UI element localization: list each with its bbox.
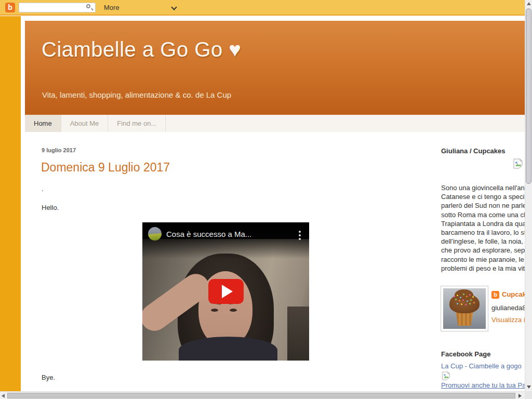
about-line: che provo ad esplorare, seppu [441, 246, 525, 255]
blog-header: Ciambelle a Go Go ♥ Vita, lamenti, shopp… [25, 21, 525, 114]
more-dropdown-label: More [104, 4, 119, 11]
profile-photo[interactable] [441, 286, 488, 331]
search-button[interactable] [85, 4, 94, 11]
cupcake-sprinkles [454, 296, 455, 297]
channel-avatar[interactable] [148, 227, 162, 241]
blogger-profile-icon: b [491, 291, 499, 299]
video-thumbnail-eye [230, 309, 237, 312]
vertical-scrollbar-thumb[interactable] [526, 8, 531, 184]
tab-find-me-on[interactable]: Find me on... [108, 115, 166, 132]
about-line: racconto le mie paranoie, le m [441, 255, 525, 264]
chevron-down-icon [171, 4, 177, 10]
facebook-page-heading: Facebook Page [441, 350, 490, 358]
scroll-right-arrow-icon[interactable] [518, 394, 522, 398]
facebook-page-link[interactable]: La Cup - Ciambelle a gogo [441, 362, 522, 370]
blog-title[interactable]: Ciambelle a Go Go ♥ [42, 38, 242, 61]
blogger-navbar: b More [0, 0, 532, 16]
blog-subtitle: Vita, lamenti, shopping, alimentazione &… [42, 90, 231, 99]
post-date: 9 luglio 2017 [42, 147, 76, 153]
tab-home[interactable]: Home [25, 115, 61, 132]
broken-image-icon [513, 158, 523, 169]
tab-about-me[interactable]: About Me [61, 115, 109, 132]
about-line: problemi di peso e la mia vita [441, 264, 525, 273]
scroll-up-arrow-icon[interactable] [527, 2, 531, 5]
scroll-down-arrow-icon[interactable] [527, 385, 531, 389]
search-icon-handle [91, 8, 94, 11]
about-line: Catanese e ci tengo a specific [441, 192, 525, 201]
profile-blog-link[interactable]: Cupcak [502, 290, 525, 298]
scroll-left-arrow-icon[interactable] [2, 394, 5, 398]
scrollbar-corner [525, 391, 532, 399]
nav-tabbar: Home About Me Find me on... [25, 114, 525, 132]
post-closing-text: Bye. [42, 374, 55, 381]
cupcake-frosting-top [455, 289, 473, 301]
video-title[interactable]: Cosa è successo a Ma... [166, 230, 251, 238]
about-line: barcameno tra il lavoro, lo stu [441, 228, 525, 237]
more-dropdown[interactable]: More [100, 0, 180, 16]
facebook-promote-link[interactable]: Promuovi anche tu la tua Pagina [441, 381, 525, 389]
search-icon [86, 4, 90, 8]
video-thumbnail-shirt [179, 337, 277, 361]
video-menu-dots-icon[interactable] [296, 229, 303, 242]
search-input[interactable] [20, 3, 85, 12]
vertical-scrollbar[interactable] [525, 0, 532, 391]
video-thumbnail-eye [211, 309, 218, 312]
video-thumbnail-furniture [287, 307, 309, 361]
browser-viewport: b More Ciambelle a Go Go ♥ Vita, lamenti… [0, 0, 532, 399]
broken-image-icon [442, 371, 450, 380]
sidebar-about-text: Sono una giovincella nell'anim Catanese … [441, 183, 525, 276]
cupcake-image [443, 288, 486, 329]
play-icon [222, 285, 233, 298]
post-body-text: Hello. [42, 204, 59, 211]
page-background-strip [0, 16, 21, 391]
about-period: . [441, 273, 525, 276]
youtube-embed[interactable]: Cosa è successo a Ma... [142, 222, 309, 361]
view-profile-link[interactable]: Visualizza il [491, 316, 525, 324]
about-line: sotto Roma ma come una che [441, 210, 525, 219]
blogger-logo-icon[interactable]: b [5, 3, 15, 12]
profile-username: giulianeda8 [491, 304, 525, 312]
horizontal-scrollbar-thumb[interactable] [7, 393, 515, 398]
about-line: dell'inglese, le folle, la noia, e [441, 237, 525, 246]
cupcake-base [455, 312, 474, 326]
post-pre-text: . [42, 185, 44, 193]
about-line: Sono una giovincella nell'anim [441, 183, 525, 192]
play-button[interactable] [208, 279, 244, 304]
about-line: Trapiantata a Londra da qualc [441, 219, 525, 228]
video-title-gradient [142, 222, 309, 259]
horizontal-scrollbar[interactable] [0, 391, 525, 399]
about-line: parlerò del Sud non ne parlerò [441, 201, 525, 210]
post-title-link[interactable]: Domenica 9 Luglio 2017 [41, 161, 170, 175]
navbar-search-box [19, 3, 96, 12]
sidebar-profile-heading: Giuliana / Cupcakes [441, 147, 506, 155]
